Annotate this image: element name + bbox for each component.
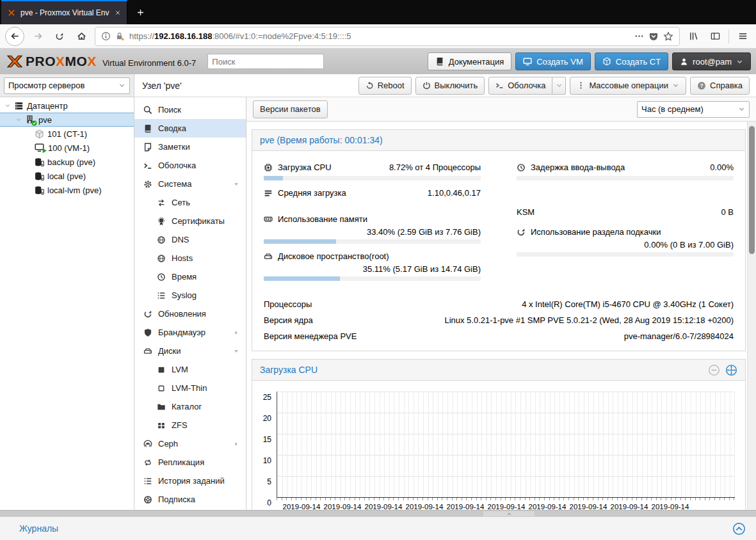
user-menu-button[interactable]: root@pam [672,52,751,70]
home-button[interactable] [73,28,90,45]
browser-tab[interactable]: pve - Proxmox Virtual Env [1,0,127,24]
sidebars-button[interactable] [707,28,723,45]
package-versions-button[interactable]: Версии пакетов [253,100,328,118]
nav-item-notes[interactable]: Заметки [134,138,246,156]
expand-logs-icon[interactable] [732,522,746,536]
tree-item-vm-100[interactable]: 100 (VM-1) [0,141,134,155]
tree-item-storage-local-lvm[interactable]: local-lvm (pve) [0,183,134,197]
view-mode-select[interactable]: Просмотр серверов [4,77,130,94]
page-actions-icon[interactable] [634,31,644,41]
nav-item-subscription[interactable]: Подписка [134,490,246,509]
nav-item-dns[interactable]: DNS [134,230,246,249]
tree-item-label: 100 (VM-1) [48,143,90,153]
load-bars-icon [264,189,273,198]
create-ct-button[interactable]: Создать CT [595,52,668,70]
new-tab-button[interactable] [127,0,154,24]
nav-item-lvm[interactable]: LVM [134,360,246,379]
bulk-actions-button[interactable]: Массовые операции [570,77,686,95]
question-icon [697,81,706,90]
shell-dropdown-button[interactable] [552,77,566,95]
page-info-icon[interactable] [101,31,111,41]
nav-item-summary[interactable]: Сводка [134,119,246,138]
nav-item-replication[interactable]: Репликация [134,453,246,472]
browser-toolbar: https://192.168.16.188:8006/#v1:0:=node%… [0,24,756,49]
nav-item-firewall[interactable]: Брандмауэр [134,323,246,342]
bookmark-star-icon[interactable] [663,31,673,42]
tree-item-datacenter[interactable]: Датацентр [0,99,134,113]
nav-item-lvm-thin[interactable]: LVM-Thin [134,379,246,397]
nav-item-ceph[interactable]: Ceph [134,434,246,453]
nav-item-hosts[interactable]: Hosts [134,249,246,267]
back-button[interactable] [5,27,24,46]
move-chart-icon[interactable] [725,364,737,376]
load-average-stat: Средняя загрузка 1.10,0.46,0.17 [264,187,481,199]
documentation-button[interactable]: Документация [428,52,512,70]
chevron-down-icon [736,58,743,65]
expander-icon[interactable] [15,116,22,123]
tree-item-storage-backup[interactable]: backup (pve) [0,155,134,169]
nav-item-network[interactable]: Сеть [134,193,246,212]
splitter-handle[interactable] [483,511,535,516]
help-button[interactable]: Справка [690,77,750,95]
nav-item-updates[interactable]: Обновления [134,305,246,323]
url-text[interactable]: https://192.168.16.188:8006/#v1:0:=node%… [129,31,630,41]
nav-label: Syslog [172,290,197,300]
timeframe-select[interactable]: Час (в среднем) [637,101,750,118]
reload-button[interactable] [51,28,68,45]
nav-item-zfs[interactable]: ZFS [134,416,246,434]
nav-item-shell[interactable]: Оболочка [134,156,246,175]
ksm-stat: KSM 0 B [517,206,734,218]
shutdown-button[interactable]: Выключить [415,77,485,95]
book-icon [435,57,444,66]
kebab-menu-icon [577,81,585,90]
user-icon [680,58,688,66]
shell-split-button: Оболочка [488,77,566,95]
nav-label: Диски [158,346,181,356]
expander-icon[interactable] [4,102,11,109]
library-button[interactable] [685,28,702,45]
nav-item-directory[interactable]: Каталог [134,397,246,416]
nav-item-certificates[interactable]: Сертификаты [134,212,246,230]
io-delay-stat: Задержка ввода-вывода 0.00% [517,161,734,180]
shell-button[interactable]: Оболочка [488,77,552,95]
tree-item-label: local-lvm (pve) [47,186,102,195]
undo-zoom-icon[interactable] [708,364,720,376]
nav-item-search[interactable]: Поиск [134,100,246,119]
tree-item-label: 101 (CT-1) [47,129,87,139]
logs-bar[interactable]: Журналы [0,516,756,540]
insecure-lock-icon[interactable] [115,31,125,41]
logs-splitter[interactable] [0,510,756,516]
global-search-input[interactable] [207,54,324,69]
online-check-icon [31,120,37,126]
summary-toolbar: Версии пакетов Час (в среднем) [246,97,756,122]
kernel-version-value: Linux 5.0.21-1-pve #1 SMP PVE 5.0.21-2 (… [444,315,734,325]
tab-close-icon[interactable] [115,10,121,16]
nav-item-time[interactable]: Время [134,267,246,286]
scrollbar-thumb[interactable] [749,126,755,254]
pocket-icon[interactable] [648,31,659,42]
status-left-column: Загрузка CPU 8.72% от 4 Процессоры Средн… [264,161,481,287]
node-nav-panel: Поиск Сводка Заметки Оболочка Система Се… [134,97,246,510]
url-bar[interactable]: https://192.168.16.188:8006/#v1:0:=node%… [95,27,680,46]
proxmox-favicon-icon [7,8,16,17]
nav-item-syslog[interactable]: Syslog [134,286,246,305]
swap-refresh-icon [517,228,526,237]
forward-button[interactable] [29,28,46,45]
url-host: 192.168.16.188 [154,31,212,41]
browser-tab-bar: pve - Proxmox Virtual Env [0,0,756,24]
create-vm-button[interactable]: Создать VM [515,52,591,70]
content-scrollbar[interactable] [747,122,756,510]
reboot-button[interactable]: Reboot [358,77,412,95]
tree-item-ct-101[interactable]: 101 (CT-1) [0,127,134,141]
nav-item-system[interactable]: Система [134,175,246,193]
clock-icon [517,163,526,172]
nav-item-task-history[interactable]: История заданий [134,472,246,490]
pve-manager-version-row: Версия менеджера PVE pve-manager/6.0-7/2… [264,328,734,344]
tree-item-storage-local[interactable]: local (pve) [0,169,134,183]
url-scheme: https:// [129,31,154,41]
screen: pve - Proxmox Virtual Env https://192.16… [0,0,756,540]
menu-button[interactable] [734,28,751,45]
nav-item-disks[interactable]: Диски [134,342,246,360]
tree-item-node-pve[interactable]: pve [0,113,134,127]
nav-label: Оболочка [158,161,196,170]
